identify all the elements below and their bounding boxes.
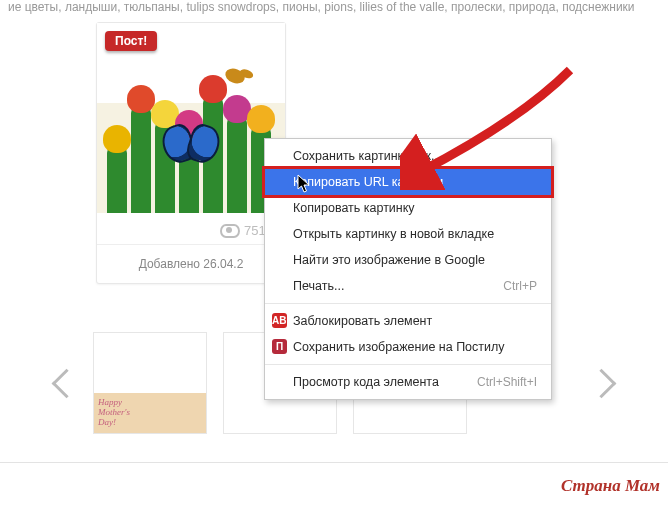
ctx-open-image-new-tab[interactable]: Открыть картинку в новой вкладке xyxy=(265,221,551,247)
post-card[interactable]: Пост! 7510 Добавлено 26.04.2 xyxy=(96,22,286,284)
butterfly-small-icon xyxy=(223,66,247,86)
post-badge[interactable]: Пост! xyxy=(105,31,157,51)
ctx-item-label: Заблокировать элемент xyxy=(293,314,432,328)
postila-icon: П xyxy=(272,339,287,354)
ctx-copy-image[interactable]: Копировать картинку xyxy=(265,195,551,221)
thumbnail-item[interactable] xyxy=(93,332,207,434)
ctx-copy-image-url[interactable]: Копировать URL картинки xyxy=(262,166,554,198)
context-menu-group-dev: Просмотр кода элемента Ctrl+Shift+I xyxy=(265,365,551,399)
abp-icon: ABP xyxy=(272,313,287,328)
ctx-block-element[interactable]: ABP Заблокировать элемент xyxy=(265,308,551,334)
carousel-prev-icon[interactable] xyxy=(52,368,82,398)
butterfly-icon xyxy=(163,123,219,163)
ctx-item-label: Печать... xyxy=(293,279,344,293)
ctx-item-label: Открыть картинку в новой вкладке xyxy=(293,227,494,241)
divider xyxy=(0,462,668,463)
ctx-item-label: Копировать URL картинки xyxy=(293,175,443,189)
ctx-item-label: Просмотр кода элемента xyxy=(293,375,439,389)
site-watermark: Страна Мам xyxy=(561,476,660,496)
post-image[interactable]: Пост! xyxy=(97,23,285,213)
stage: Пост! 7510 Добавлено 26.04.2 Страна Мам … xyxy=(0,0,668,505)
added-date: Добавлено 26.04.2 xyxy=(97,245,285,283)
ctx-item-label: Найти это изображение в Google xyxy=(293,253,485,267)
ctx-item-label: Копировать картинку xyxy=(293,201,415,215)
context-menu-group-extensions: ABP Заблокировать элемент П Сохранить из… xyxy=(265,304,551,364)
context-menu-group-image: Сохранить картинку как... Копировать URL… xyxy=(265,139,551,303)
ctx-print[interactable]: Печать... Ctrl+P xyxy=(265,273,551,299)
ctx-item-label: Сохранить картинку как... xyxy=(293,149,442,163)
ctx-item-label: Сохранить изображение на Постилу xyxy=(293,340,505,354)
post-meta: 7510 xyxy=(97,213,285,245)
carousel-next-icon[interactable] xyxy=(587,368,617,398)
ctx-search-image-google[interactable]: Найти это изображение в Google xyxy=(265,247,551,273)
ctx-item-shortcut: Ctrl+P xyxy=(503,279,537,293)
ctx-inspect-element[interactable]: Просмотр кода элемента Ctrl+Shift+I xyxy=(265,369,551,395)
ctx-save-to-postila[interactable]: П Сохранить изображение на Постилу xyxy=(265,334,551,360)
views-icon xyxy=(220,224,240,238)
ctx-item-shortcut: Ctrl+Shift+I xyxy=(477,375,537,389)
context-menu: Сохранить картинку как... Копировать URL… xyxy=(264,138,552,400)
